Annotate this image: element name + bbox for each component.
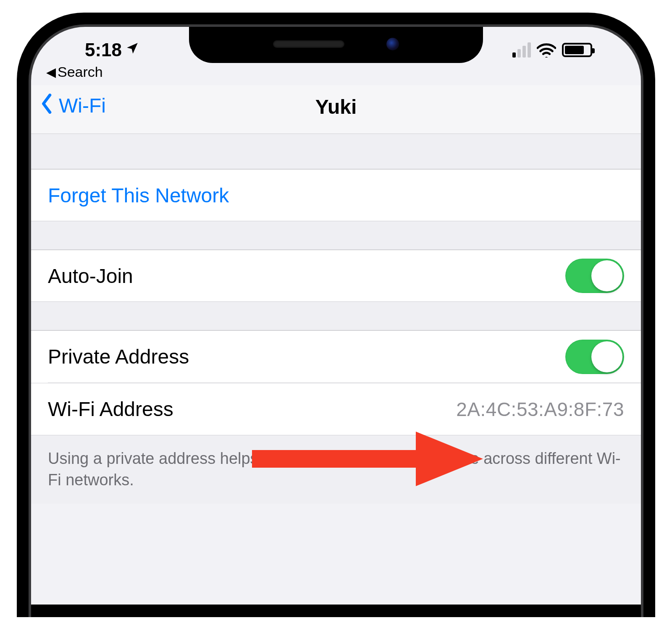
section-spacer bbox=[29, 221, 643, 250]
back-label: Wi-Fi bbox=[59, 94, 106, 117]
section-spacer bbox=[29, 302, 643, 330]
status-time: 5:18 bbox=[85, 39, 122, 60]
section-footer-text: Using a private address helps reduce tra… bbox=[29, 435, 643, 504]
battery-icon bbox=[562, 43, 592, 57]
back-to-app-breadcrumb[interactable]: ◀ Search bbox=[29, 63, 643, 85]
phone-frame: 5:18 bbox=[17, 13, 655, 617]
nav-bar: Wi-Fi Yuki bbox=[29, 85, 643, 134]
speaker-grille bbox=[273, 40, 344, 48]
notch bbox=[189, 25, 483, 63]
breadcrumb-label: Search bbox=[58, 64, 103, 80]
back-button[interactable]: Wi-Fi bbox=[39, 93, 106, 118]
screen: 5:18 bbox=[29, 25, 643, 605]
location-services-icon bbox=[125, 41, 139, 59]
front-camera bbox=[386, 38, 399, 50]
wifi-address-row: Wi-Fi Address 2A:4C:53:A9:8F:73 bbox=[29, 383, 643, 435]
section-spacer bbox=[29, 134, 643, 169]
cell-label: Auto-Join bbox=[48, 264, 133, 288]
wifi-address-value: 2A:4C:53:A9:8F:73 bbox=[456, 398, 624, 421]
forget-network-button[interactable]: Forget This Network bbox=[29, 169, 643, 221]
cell-label: Forget This Network bbox=[48, 184, 229, 207]
cellular-signal-icon bbox=[512, 42, 531, 58]
cell-label: Wi-Fi Address bbox=[48, 398, 173, 421]
cell-label: Private Address bbox=[48, 345, 189, 368]
auto-join-row: Auto-Join bbox=[29, 250, 643, 302]
chevron-left-icon bbox=[39, 93, 55, 118]
private-address-row: Private Address bbox=[29, 330, 643, 382]
auto-join-toggle[interactable] bbox=[565, 259, 624, 293]
private-address-toggle[interactable] bbox=[565, 340, 624, 374]
page-title: Yuki bbox=[315, 85, 357, 118]
chevron-left-icon: ◀ bbox=[46, 65, 56, 79]
wifi-icon bbox=[537, 42, 556, 58]
